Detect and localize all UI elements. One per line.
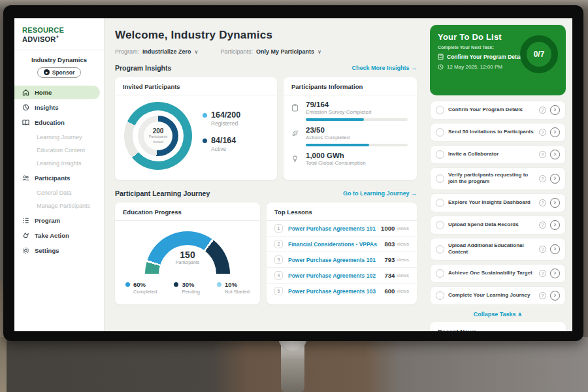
sponsor-badge-label: Sponsor [52,69,74,76]
views-label: views [397,272,409,278]
lesson-row[interactable]: 1 Power Purchase Agreements 101 1000 vie… [267,221,417,237]
task-checkbox[interactable] [436,291,444,300]
legend-dot-completed [125,282,130,287]
sidebar-item-home[interactable]: Home [14,86,100,99]
donut-center-value: 200 [153,127,164,135]
sidebar-nav: Home Insights Education Learning Journey… [14,86,104,257]
chevron-right-icon[interactable]: › [550,269,560,278]
help-icon[interactable]: ? [539,151,546,158]
sidebar-item-education-content[interactable]: Education Content [14,144,104,157]
task-checkbox[interactable] [436,174,444,183]
task-row-achieve-target[interactable]: Achieve One Sustainability Target ? › [430,264,566,283]
collapse-tasks-link[interactable]: Collapse Tasks ∧ [430,308,566,322]
sidebar-item-insights[interactable]: Insights [14,101,100,114]
help-icon[interactable]: ? [539,221,546,229]
stat-total-consumption: 1,000 GWh Total Global Consumption [284,146,417,166]
chevron-right-icon[interactable]: › [550,291,560,301]
todo-panel: Your To Do List Complete Your Next Task:… [425,18,572,331]
chevron-down-icon[interactable]: ∨ [195,49,199,55]
sidebar-subitem-label: Manage Participants [37,203,90,209]
chevron-right-icon[interactable]: › [550,198,560,208]
help-icon[interactable]: ? [539,292,546,299]
task-row-confirm-program[interactable]: Confirm Your Program Details ? › [430,101,566,120]
help-icon[interactable]: ? [539,270,546,277]
help-icon[interactable]: ? [539,246,546,253]
legend-dot-registered [203,113,207,118]
task-checkbox[interactable] [436,245,444,253]
chevron-right-icon[interactable]: › [550,150,560,159]
registered-value: 164/200 [211,110,240,120]
gauge-center-value: 150 [145,250,230,260]
take-action-icon [22,232,29,239]
task-checkbox[interactable] [436,199,444,207]
sidebar-item-label: Education [35,119,65,126]
lesson-link[interactable]: Power Purchase Agreements 103 [288,288,384,295]
task-checkbox[interactable] [436,106,444,114]
app-logo: RESOURCE ADVISOR+ [14,26,104,50]
sidebar-item-learning-journey[interactable]: Learning Journey [14,131,104,144]
sidebar-item-label: Take Action [35,232,69,239]
sidebar-item-label: Program [35,217,60,224]
participants-filter[interactable]: Participants: Only My Participants ∨ [220,48,321,55]
go-to-learning-journey-link[interactable]: Go to Learning Journey → [343,190,417,197]
arrow-right-icon: → [411,190,417,197]
sidebar: RESOURCE ADVISOR+ Industry Dynamics ● Sp… [14,18,105,331]
chevron-right-icon[interactable]: › [550,244,560,254]
help-icon[interactable]: ? [539,106,546,114]
legend-completed: 60% Completed [125,281,157,295]
task-row-upload-spend-data[interactable]: Upload Spend Data Records ? › [430,216,566,235]
task-row-verify-participants[interactable]: Verify participants requesting to join t… [430,167,566,190]
sponsor-badge[interactable]: ● Sponsor [37,67,81,78]
lesson-row[interactable]: 3 Power Purchase Agreements 101 793 view… [267,252,417,268]
lesson-row[interactable]: 2 Financial Considerations - VPPAs 803 v… [267,237,417,252]
sidebar-item-general-data[interactable]: General Data [14,186,104,199]
chevron-right-icon[interactable]: › [550,127,560,137]
task-row-upload-educational-content[interactable]: Upload Additional Educational Content ? … [430,238,566,261]
sidebar-item-program[interactable]: Program [14,214,100,227]
lesson-link[interactable]: Financial Considerations - VPPAs [288,241,384,248]
task-row-send-invitations[interactable]: Send 50 Invitations to Participants ? › [430,123,566,142]
sidebar-item-settings[interactable]: Settings [14,244,100,257]
task-checkbox[interactable] [436,269,444,278]
task-row-invite-collaborator[interactable]: Invite a Collaborator ? › [430,145,566,164]
emission-progress-bar [306,118,408,121]
chevron-right-icon[interactable]: › [550,174,560,184]
top-lessons-card: Top Lessons 1 Power Purchase Agreements … [267,203,417,304]
task-row-complete-learning-journey[interactable]: Complete Your Learning Journey ? › [430,286,566,305]
active-value: 84/164 [211,136,236,145]
task-row-explore-insights[interactable]: Explore Your Insights Dashboard ? › [430,193,566,212]
sidebar-item-education[interactable]: Education [14,116,100,129]
monitor-bezel: RESOURCE ADVISOR+ Industry Dynamics ● Sp… [3,5,583,341]
sidebar-item-take-action[interactable]: Take Action [14,229,100,242]
sidebar-item-manage-participants[interactable]: Manage Participants [14,199,104,212]
sidebar-item-participants[interactable]: Participants [14,171,100,185]
lesson-views: 600 [384,287,395,295]
views-label: views [397,241,409,247]
program-filter[interactable]: Program: Industrialize Zero ∨ [115,48,198,55]
stat-value: 1,000 GWh [306,152,408,159]
help-icon[interactable]: ? [539,175,546,182]
sidebar-subitem-label: Learning Journey [37,134,82,140]
org-name: Industry Dynamics [14,56,104,63]
task-checkbox[interactable] [436,150,444,159]
task-label: Invite a Collaborator [448,151,535,157]
task-checkbox[interactable] [436,128,444,137]
link-label: Check More Insights [351,65,409,71]
chevron-right-icon[interactable]: › [550,220,560,230]
chevron-down-icon[interactable]: ∨ [318,49,321,55]
lesson-link[interactable]: Power Purchase Agreements 102 [288,272,384,279]
sidebar-item-learning-insights[interactable]: Learning Insights [14,157,104,170]
help-icon[interactable]: ? [539,129,546,136]
lesson-link[interactable]: Power Purchase Agreements 101 [288,225,381,232]
task-checkbox[interactable] [436,221,444,229]
lesson-link[interactable]: Power Purchase Agreements 101 [288,257,384,263]
link-label: Collapse Tasks [474,311,516,318]
lesson-views: 793 [384,256,395,263]
check-more-insights-link[interactable]: Check More Insights → [351,65,417,71]
program-insights-heading: Program Insights [115,64,171,72]
lesson-row[interactable]: 4 Power Purchase Agreements 102 734 view… [267,268,417,284]
legend-pending: 30% Pending [174,281,200,295]
help-icon[interactable]: ? [539,199,546,206]
chevron-right-icon[interactable]: › [550,105,560,115]
lesson-row[interactable]: 5 Power Purchase Agreements 103 600 view… [267,284,417,299]
